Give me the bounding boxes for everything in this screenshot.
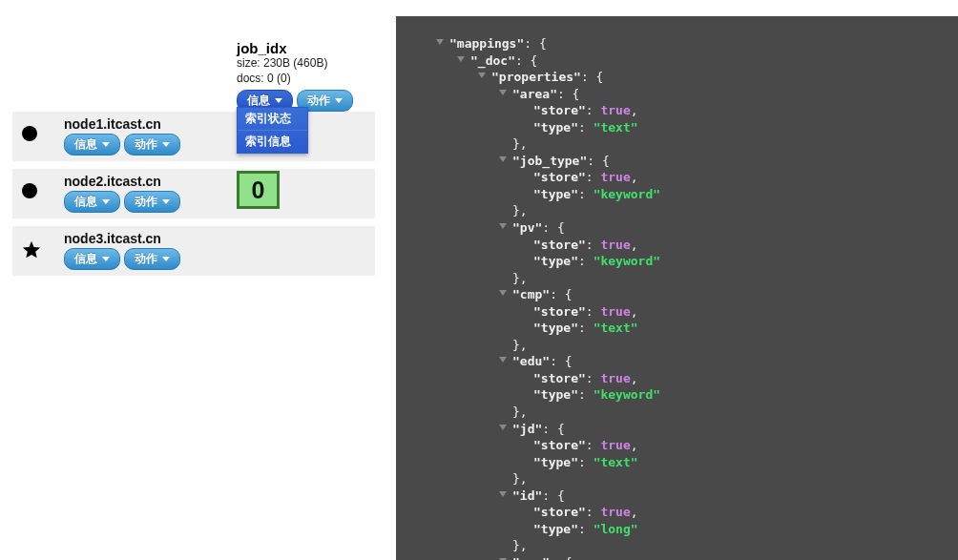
json-line: "mappings": { xyxy=(449,35,948,52)
json-line: "type": "keyword" xyxy=(533,186,948,203)
node-button-row: 信息 动作 xyxy=(64,134,365,156)
node-action-button[interactable]: 动作 xyxy=(124,134,180,156)
node-info-button[interactable]: 信息 xyxy=(64,248,120,270)
node-info: node1.itcast.cn 信息 动作 xyxy=(64,116,365,156)
node-button-row: 信息 动作 xyxy=(64,191,365,213)
caret-down-icon xyxy=(102,257,110,261)
toggle-icon[interactable] xyxy=(499,223,507,229)
toggle-icon[interactable] xyxy=(499,491,507,497)
json-line: "type": "keyword" xyxy=(533,386,948,404)
dropdown-item-info[interactable]: 索引信息 xyxy=(238,130,307,153)
node-action-label: 动作 xyxy=(135,194,157,210)
node-action-label: 动作 xyxy=(135,251,157,267)
svg-marker-0 xyxy=(23,241,40,259)
json-line: }, xyxy=(512,135,948,153)
json-line: "area": { xyxy=(512,86,948,103)
json-line: "type": "text" xyxy=(533,320,948,337)
caret-down-icon xyxy=(335,98,343,103)
node-info-label: 信息 xyxy=(74,251,97,267)
json-line: "store": true, xyxy=(533,504,948,521)
circle-icon xyxy=(22,183,41,202)
json-line: "store": true, xyxy=(533,303,948,321)
json-line: "store": true, xyxy=(533,237,948,254)
circle-icon xyxy=(22,126,41,145)
caret-down-icon xyxy=(162,199,170,204)
toggle-icon[interactable] xyxy=(499,357,507,363)
json-line: "job_type": { xyxy=(512,153,948,170)
caret-down-icon xyxy=(102,199,110,204)
index-info-dropdown: 索引状态 索引信息 xyxy=(237,107,308,154)
node-row: node1.itcast.cn 信息 动作 xyxy=(12,112,375,161)
index-title: job_idx xyxy=(237,40,385,56)
json-line: "_doc": { xyxy=(470,52,948,70)
json-line: "id": { xyxy=(512,487,948,505)
index-action-label: 动作 xyxy=(307,93,330,109)
node-info: node2.itcast.cn 信息 动作 xyxy=(64,174,365,213)
json-line: }, xyxy=(512,537,948,554)
json-line: }, xyxy=(512,270,948,287)
json-line: "store": true, xyxy=(533,437,948,454)
json-line: "pv": { xyxy=(512,219,948,237)
index-size: size: 230B (460B) xyxy=(237,56,385,72)
toggle-icon[interactable] xyxy=(478,73,486,78)
toggle-icon[interactable] xyxy=(457,56,465,62)
node-button-row: 信息 动作 xyxy=(64,248,365,270)
toggle-icon[interactable] xyxy=(499,156,507,162)
toggle-icon[interactable] xyxy=(499,290,507,296)
node-name: node3.itcast.cn xyxy=(64,231,365,246)
caret-down-icon xyxy=(162,257,170,261)
json-line: "edu": { xyxy=(512,353,948,370)
caret-down-icon xyxy=(162,142,170,147)
json-line: "exp": { xyxy=(512,554,948,560)
json-line: "store": true, xyxy=(533,102,948,119)
toggle-icon[interactable] xyxy=(499,425,507,430)
json-line: "jd": { xyxy=(512,421,948,438)
toggle-icon[interactable] xyxy=(499,90,507,95)
json-line: }, xyxy=(512,470,948,487)
json-tree-root: "mappings": {"_doc": {"properties": {"ar… xyxy=(449,35,948,560)
caret-down-icon xyxy=(102,142,110,147)
index-header: job_idx size: 230B (460B) docs: 0 (0) 信息… xyxy=(237,40,385,112)
node-action-button[interactable]: 动作 xyxy=(124,191,180,213)
json-line: "cmp": { xyxy=(512,286,948,303)
node-info-button[interactable]: 信息 xyxy=(64,134,120,156)
json-line: "store": true, xyxy=(533,169,948,186)
node-row: node2.itcast.cn 信息 动作 xyxy=(12,169,375,218)
node-info-button[interactable]: 信息 xyxy=(64,191,120,213)
node-name: node1.itcast.cn xyxy=(64,116,365,132)
json-line: }, xyxy=(512,404,948,421)
node-name: node2.itcast.cn xyxy=(64,174,365,189)
caret-down-icon xyxy=(275,98,282,103)
json-line: "properties": { xyxy=(491,69,948,86)
node-action-label: 动作 xyxy=(135,136,157,153)
node-row: node3.itcast.cn 信息 动作 xyxy=(12,226,375,276)
star-icon xyxy=(22,240,41,259)
index-docs: docs: 0 (0) xyxy=(237,72,385,87)
json-line: }, xyxy=(512,337,948,354)
json-panel: "mappings": {"_doc": {"properties": {"ar… xyxy=(396,16,958,560)
dropdown-item-status[interactable]: 索引状态 xyxy=(238,108,307,130)
left-panel: job_idx size: 230B (460B) docs: 0 (0) 信息… xyxy=(0,0,396,560)
json-line: "type": "long" xyxy=(533,521,948,538)
shard-box-0[interactable]: 0 xyxy=(237,171,280,209)
nodes-list: node1.itcast.cn 信息 动作 node2.itcast.cn 信息 xyxy=(12,112,375,283)
node-action-button[interactable]: 动作 xyxy=(124,248,180,270)
node-info-label: 信息 xyxy=(74,136,97,153)
json-line: "store": true, xyxy=(533,370,948,387)
json-line: "type": "text" xyxy=(533,119,948,136)
node-info: node3.itcast.cn 信息 动作 xyxy=(64,231,365,270)
json-line: "type": "keyword" xyxy=(533,253,948,270)
node-info-label: 信息 xyxy=(74,194,97,210)
json-line: "type": "text" xyxy=(533,454,948,471)
toggle-icon[interactable] xyxy=(436,39,444,45)
json-line: }, xyxy=(512,202,948,219)
